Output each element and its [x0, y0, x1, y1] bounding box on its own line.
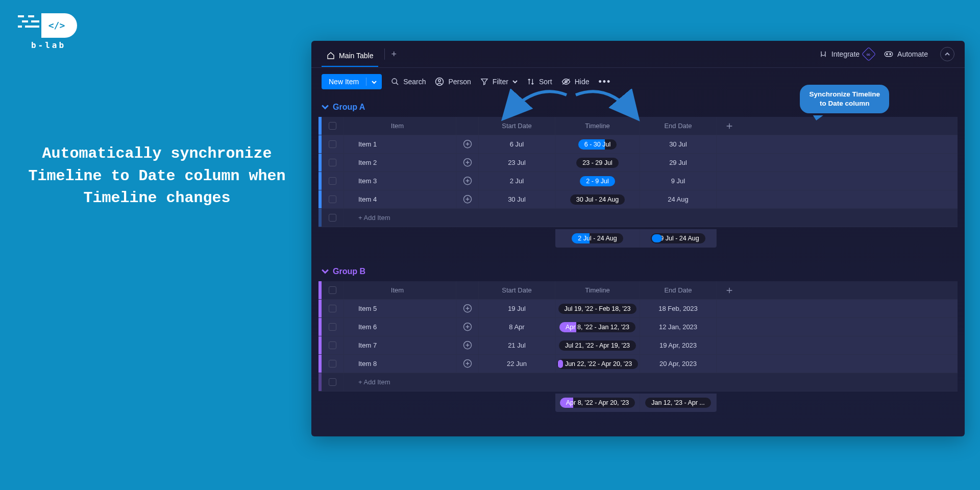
col-start-date[interactable]: Start Date [479, 117, 555, 135]
conversation-icon[interactable] [462, 340, 473, 351]
table-row[interactable]: Item 6 8 Apr Apr 8, '22 - Jan 12, '23 12… [318, 318, 958, 336]
search-button[interactable]: Search [391, 78, 426, 86]
row-checkbox[interactable] [329, 140, 336, 148]
item-name-cell[interactable]: Item 6 [344, 318, 456, 336]
group-toggle[interactable]: Group B [318, 262, 958, 281]
row-checkbox[interactable] [329, 341, 336, 349]
automate-button[interactable]: Automate [884, 50, 928, 58]
search-icon [391, 78, 399, 86]
home-icon [327, 52, 335, 60]
conversation-icon[interactable] [462, 194, 473, 205]
timeline-cell[interactable]: 23 - 29 Jul [555, 154, 640, 172]
item-name-cell[interactable]: Item 4 [344, 190, 456, 208]
new-item-button[interactable]: New Item [322, 74, 382, 89]
start-date-cell[interactable]: 6 Jul [479, 135, 555, 153]
svg-rect-1 [28, 15, 34, 17]
start-date-cell[interactable]: 21 Jul [479, 336, 555, 354]
person-filter-button[interactable]: Person [435, 77, 471, 86]
start-date-cell[interactable]: 8 Apr [479, 318, 555, 336]
end-date-cell[interactable]: 19 Apr, 2023 [640, 336, 717, 354]
row-checkbox[interactable] [329, 323, 336, 331]
conversation-icon[interactable] [462, 176, 473, 186]
row-checkbox[interactable] [329, 122, 336, 130]
item-name-cell[interactable]: Item 2 [344, 154, 456, 172]
conversation-icon[interactable] [462, 304, 473, 314]
table-header: Item Start Date Timeline End Date [318, 117, 958, 135]
start-date-cell[interactable]: 2 Jul [479, 172, 555, 190]
callout-bubble: Synchronize Timelineto Date column [800, 85, 889, 113]
item-name-cell[interactable]: Item 8 [344, 355, 456, 373]
timeline-cell[interactable]: Jul 19, '22 - Feb 18, '23 [555, 300, 640, 317]
add-tab-button[interactable]: + [391, 49, 397, 60]
add-item-row[interactable]: + Add Item [318, 209, 958, 227]
table-row[interactable]: Item 8 22 Jun Jun 22, '22 - Apr 20, '23 … [318, 355, 958, 373]
timeline-cell[interactable]: Jun 22, '22 - Apr 20, '23 [555, 355, 640, 373]
start-date-cell[interactable]: 19 Jul [479, 300, 555, 317]
conversation-icon[interactable] [462, 322, 473, 332]
automate-label: Automate [897, 50, 928, 58]
col-item[interactable]: Item [344, 281, 456, 299]
sort-button[interactable]: Sort [527, 78, 552, 86]
timeline-cell[interactable]: Apr 8, '22 - Jan 12, '23 [555, 318, 640, 336]
table-row[interactable]: Item 1 6 Jul 6 - 30 Jul 30 Jul [318, 135, 958, 154]
item-name-cell[interactable]: Item 1 [344, 135, 456, 153]
row-checkbox[interactable] [329, 177, 336, 185]
end-date-cell[interactable]: 24 Aug [640, 190, 717, 208]
end-date-cell[interactable]: 20 Apr, 2023 [640, 355, 717, 373]
conversation-icon[interactable] [462, 158, 473, 168]
filter-button[interactable]: Filter [480, 78, 518, 86]
sort-label: Sort [539, 78, 552, 86]
tab-main-table[interactable]: Main Table [322, 48, 378, 67]
conversation-icon[interactable] [462, 359, 473, 369]
add-item-label: + Add Item [344, 373, 958, 391]
hide-button[interactable]: Hide [561, 78, 590, 86]
col-end-date[interactable]: End Date [640, 281, 717, 299]
col-timeline[interactable]: Timeline [555, 117, 640, 135]
timeline-cell[interactable]: 30 Jul - 24 Aug [555, 190, 640, 208]
end-date-cell[interactable]: 30 Jul [640, 135, 717, 153]
timeline-cell[interactable]: 2 - 9 Jul [555, 172, 640, 190]
row-checkbox[interactable] [329, 159, 336, 166]
integrate-button[interactable]: Integrate ∞ [819, 49, 874, 59]
row-checkbox[interactable] [329, 360, 336, 368]
start-date-cell[interactable]: 23 Jul [479, 154, 555, 172]
add-column-button[interactable] [717, 281, 742, 299]
end-date-summary: Jan 12, '23 - Apr ... [640, 394, 717, 412]
row-checkbox[interactable] [329, 305, 336, 312]
col-timeline[interactable]: Timeline [555, 281, 640, 299]
col-start-date[interactable]: Start Date [479, 281, 555, 299]
item-name-cell[interactable]: Item 5 [344, 300, 456, 317]
svg-point-9 [887, 54, 888, 55]
table-row[interactable]: Item 5 19 Jul Jul 19, '22 - Feb 18, '23 … [318, 300, 958, 318]
end-date-cell[interactable]: 12 Jan, 2023 [640, 318, 717, 336]
add-item-label: + Add Item [344, 209, 958, 227]
table-row[interactable]: Item 4 30 Jul 30 Jul - 24 Aug 24 Aug [318, 190, 958, 209]
end-date-cell[interactable]: 29 Jul [640, 154, 717, 172]
more-options-button[interactable]: ••• [598, 77, 611, 87]
item-name-cell[interactable]: Item 7 [344, 336, 456, 354]
table-row[interactable]: Item 2 23 Jul 23 - 29 Jul 29 Jul [318, 154, 958, 172]
table-row[interactable]: Item 3 2 Jul 2 - 9 Jul 9 Jul [318, 172, 958, 190]
timeline-cell[interactable]: 6 - 30 Jul [555, 135, 640, 153]
start-date-cell[interactable]: 22 Jun [479, 355, 555, 373]
add-column-button[interactable] [717, 117, 742, 135]
collapse-button[interactable] [940, 47, 954, 61]
row-checkbox[interactable] [329, 286, 336, 294]
table-row[interactable]: Item 7 21 Jul Jul 21, '22 - Apr 19, '23 … [318, 336, 958, 355]
col-end-date[interactable]: End Date [640, 117, 717, 135]
item-name-cell[interactable]: Item 3 [344, 172, 456, 190]
svg-rect-5 [25, 26, 39, 28]
end-date-cell[interactable]: 9 Jul [640, 172, 717, 190]
conversation-icon[interactable] [462, 139, 473, 150]
timeline-cell[interactable]: Jul 21, '22 - Apr 19, '23 [555, 336, 640, 354]
summary-row: Apr 8, '22 - Apr 20, '23 Jan 12, '23 - A… [318, 394, 958, 412]
col-item[interactable]: Item [344, 117, 456, 135]
row-checkbox[interactable] [329, 195, 336, 203]
row-checkbox[interactable] [329, 214, 336, 222]
end-date-cell[interactable]: 18 Feb, 2023 [640, 300, 717, 317]
start-date-cell[interactable]: 30 Jul [479, 190, 555, 208]
add-item-row[interactable]: + Add Item [318, 373, 958, 391]
timeline-summary: Apr 8, '22 - Apr 20, '23 [555, 394, 640, 412]
sort-icon [527, 78, 535, 86]
row-checkbox[interactable] [329, 378, 336, 386]
